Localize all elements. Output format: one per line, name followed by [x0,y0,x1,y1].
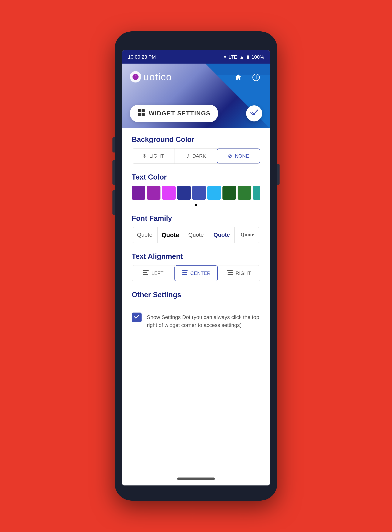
logo-text: uotico [144,71,172,82]
checkbox-check-svg [134,314,140,319]
svg-rect-14 [227,270,233,271]
svg-rect-9 [143,272,147,273]
color-swatch-0[interactable] [132,186,145,200]
font-family-section: Font Family Quote Quote Quote Quote [132,214,260,243]
align-center-label: CENTER [190,270,210,276]
svg-rect-5 [142,109,145,112]
svg-text:❝: ❝ [134,74,137,79]
color-swatch-2[interactable] [162,186,176,200]
color-swatches [132,186,260,200]
wifi-icon: ▾ [224,54,226,60]
info-button[interactable]: i [250,71,262,83]
status-icons: ▾ LTE ▲ ▮ 100% [224,54,264,60]
text-alignment-title: Text Alignment [132,252,260,261]
swatch-selected-indicator: ▲ [194,201,198,207]
bg-option-light[interactable]: ☀ LIGHT [132,148,174,163]
dark-icon: ☽ [185,153,190,159]
volume-up-button[interactable] [112,137,115,152]
widget-title-text: WIDGET SETTINGS [149,110,210,117]
color-swatch-1[interactable] [147,186,160,200]
settings-divider [132,304,260,304]
color-swatch-8[interactable] [253,186,260,200]
none-label: NONE [235,153,249,159]
silent-button[interactable] [112,190,115,215]
align-center[interactable]: CENTER [174,266,218,281]
align-right-label: RIGHT [235,270,251,276]
phone-screen: 10:00:23 PM ▾ LTE ▲ ▮ 100% ❝ [122,50,270,485]
confirm-button[interactable] [246,105,262,121]
bottom-bar [122,475,270,485]
svg-rect-11 [182,270,188,271]
font-option-1[interactable]: Quote [158,227,183,243]
text-color-section: Text Color [132,173,260,207]
color-swatch-4[interactable] [192,186,206,200]
checkmark-icon [250,109,258,118]
volume-down-button[interactable] [112,160,115,185]
other-settings-section: Other Settings Show Settings Dot (you ca… [132,291,260,331]
font-family-title: Font Family [132,214,260,223]
widget-title-bar: WIDGET SETTINGS [130,105,262,122]
show-settings-dot-label: Show Settings Dot (you can always click … [147,313,260,329]
light-icon: ☀ [142,153,147,159]
content-area: Background Color ☀ LIGHT ☽ DARK ⊘ NONE [122,128,270,475]
color-swatches-row: ▲ [132,186,260,207]
svg-rect-13 [182,274,187,275]
color-swatch-3[interactable] [177,186,191,200]
background-color-options: ☀ LIGHT ☽ DARK ⊘ NONE [132,148,260,164]
left-align-icon-svg [143,270,149,275]
other-settings-title: Other Settings [132,291,260,299]
bg-option-dark[interactable]: ☽ DARK [174,148,217,163]
widget-title-pill: WIDGET SETTINGS [130,105,218,122]
color-swatch-6[interactable] [223,186,236,200]
widget-settings-icon [137,109,145,118]
background-color-title: Background Color [132,135,260,144]
svg-rect-10 [143,274,148,275]
align-left[interactable]: LEFT [132,266,174,281]
battery-label: 100% [252,54,264,60]
power-button[interactable] [277,164,280,185]
align-left-label: LEFT [151,270,163,276]
home-icon [234,74,242,81]
svg-rect-4 [138,109,141,112]
logo-row: ❝ uotico [130,71,172,82]
color-swatch-5[interactable] [207,186,221,200]
svg-rect-6 [138,113,141,116]
center-align-icon-svg [182,270,188,275]
bg-option-none[interactable]: ⊘ NONE [217,148,260,163]
align-right-icon [227,270,233,277]
none-icon: ⊘ [228,153,232,159]
phone-shell: 10:00:23 PM ▾ LTE ▲ ▮ 100% ❝ [115,31,277,501]
svg-rect-12 [182,272,187,273]
show-settings-dot-row: Show Settings Dot (you can always click … [132,311,260,331]
home-indicator [177,478,215,480]
background-color-section: Background Color ☀ LIGHT ☽ DARK ⊘ NONE [132,135,260,164]
quotico-logo-svg: ❝ [132,73,139,80]
status-bar: 10:00:23 PM ▾ LTE ▲ ▮ 100% [122,50,270,64]
svg-rect-16 [228,274,233,275]
battery-icon: ▮ [247,54,249,60]
dark-label: DARK [192,153,206,159]
signal-icon: ▲ [239,54,244,60]
right-align-icon-svg [227,270,233,275]
align-right[interactable]: RIGHT [218,266,260,281]
app-header: ❝ uotico i [122,64,270,128]
font-options: Quote Quote Quote Quote Quote [132,227,260,243]
checkmark-svg [250,109,258,116]
info-icon: i [252,74,260,81]
show-settings-dot-checkbox[interactable] [132,313,142,322]
svg-rect-8 [143,270,149,271]
checkbox-checkmark-icon [134,314,140,321]
home-button[interactable] [232,71,244,83]
svg-rect-15 [228,272,233,273]
font-option-2[interactable]: Quote [183,227,209,243]
align-center-icon [182,270,188,277]
status-time: 10:00:23 PM [128,54,156,60]
svg-rect-7 [142,113,145,116]
text-color-title: Text Color [132,173,260,181]
font-option-4[interactable]: Quote [234,227,260,243]
align-left-icon [143,270,149,277]
font-option-0[interactable]: Quote [132,227,158,243]
font-option-3[interactable]: Quote [209,227,234,243]
color-swatch-7[interactable] [238,186,251,200]
network-label: LTE [229,54,237,60]
